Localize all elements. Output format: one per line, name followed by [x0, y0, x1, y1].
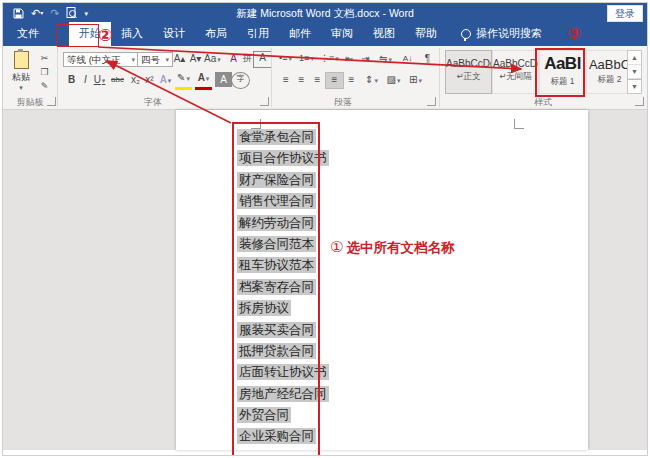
- asian-layout-icon[interactable]: ⇋: [377, 51, 394, 66]
- style-card-nospacing[interactable]: AaBbCcDd ↵无间隔: [492, 50, 539, 94]
- document-line[interactable]: 档案寄存合同: [237, 277, 347, 298]
- customize-toolbar-icon[interactable]: ▾: [84, 2, 88, 24]
- decrease-indent-icon[interactable]: ⇤: [341, 51, 358, 66]
- style-card-heading1[interactable]: AaBl 标题 1: [539, 50, 586, 94]
- copy-icon[interactable]: ❐: [36, 66, 53, 79]
- document-line[interactable]: 装修合同范本: [237, 234, 347, 255]
- font-name-select[interactable]: 等线 (中文正▾: [63, 52, 139, 67]
- document-line[interactable]: 财产保险合同: [237, 170, 347, 191]
- format-painter-icon[interactable]: ✎: [36, 80, 53, 93]
- clipboard-dialog-launcher-icon[interactable]: [47, 97, 56, 106]
- document-line[interactable]: 房地产经纪合同: [237, 384, 347, 405]
- tab-design[interactable]: 设计: [153, 22, 195, 46]
- borders-icon[interactable]: ⊞: [407, 72, 424, 87]
- sort-icon[interactable]: A↓: [399, 51, 416, 66]
- document-text-list: 食堂承包合同 项目合作协议书 财产保险合同 销售代理合同 解约劳动合同 装修合同…: [237, 127, 347, 448]
- document-line[interactable]: 租车协议范本: [237, 255, 347, 276]
- highlight-color-icon[interactable]: ✎: [175, 72, 192, 90]
- justify-icon[interactable]: ≡: [325, 72, 344, 89]
- document-line[interactable]: 食堂承包合同: [237, 127, 347, 148]
- align-right-icon[interactable]: ≡: [309, 72, 326, 87]
- line-spacing-icon[interactable]: ⇕: [363, 72, 380, 87]
- tell-me-search[interactable]: 操作说明搜索: [451, 22, 552, 46]
- tell-me-label: 操作说明搜索: [476, 26, 542, 41]
- clipboard-icon: [14, 51, 29, 69]
- character-border-icon[interactable]: A: [253, 51, 272, 68]
- ribbon-tab-row: 文件 开始 插入 设计 布局 引用 邮件 审阅 视图 帮助 操作说明搜索: [3, 23, 647, 46]
- underline-icon[interactable]: U: [91, 72, 108, 87]
- character-shading-icon[interactable]: A: [215, 72, 232, 87]
- font-size-select[interactable]: 四号▾: [137, 52, 173, 67]
- superscript-icon[interactable]: x²: [141, 72, 158, 87]
- gallery-scroll-up-icon[interactable]: ▲: [628, 51, 641, 65]
- document-line[interactable]: 服装买卖合同: [237, 320, 347, 341]
- show-marks-icon[interactable]: ¶: [419, 51, 436, 66]
- change-case-icon[interactable]: Aa: [203, 51, 222, 66]
- style-card-heading2[interactable]: AaBbC 标题 2: [586, 50, 633, 94]
- shrink-font-icon[interactable]: A▾: [187, 51, 204, 66]
- paste-dropdown-icon[interactable]: ▾: [8, 84, 34, 92]
- paragraph-group-label: 段落: [293, 96, 393, 108]
- paragraph-dialog-launcher-icon[interactable]: [427, 97, 436, 106]
- enclose-characters-icon[interactable]: 字: [231, 72, 250, 89]
- distribute-icon[interactable]: ≡: [343, 72, 360, 87]
- paragraph-mark-icon: ↵: [456, 71, 463, 81]
- redo-icon[interactable]: ↷: [50, 3, 59, 23]
- increase-indent-icon[interactable]: ⇥: [357, 51, 374, 66]
- gallery-more-icon[interactable]: ▼: [628, 79, 641, 93]
- align-left-icon[interactable]: ≡: [277, 72, 294, 87]
- document-line[interactable]: 项目合作协议书: [237, 148, 347, 169]
- text-effects-icon[interactable]: A: [157, 72, 174, 87]
- tab-view[interactable]: 视图: [363, 22, 405, 46]
- styles-dialog-launcher-icon[interactable]: [635, 97, 644, 106]
- numbering-icon[interactable]: 1≡: [298, 51, 315, 66]
- font-color-icon[interactable]: A: [195, 72, 212, 90]
- document-line[interactable]: 拆房协议: [237, 298, 347, 319]
- tab-layout[interactable]: 布局: [195, 22, 237, 46]
- document-line[interactable]: 销售代理合同: [237, 191, 347, 212]
- strikethrough-icon[interactable]: abc: [109, 72, 126, 87]
- grow-font-icon[interactable]: A▴: [171, 51, 188, 66]
- word-window: ↶▾ ↷ ▾ 新建 Microsoft Word 文档.docx - Word …: [2, 2, 648, 456]
- style-gallery-scrollbar[interactable]: ▲ ▼ ▼: [627, 50, 642, 94]
- document-line[interactable]: 店面转让协议书: [237, 362, 347, 383]
- tab-review[interactable]: 审阅: [321, 22, 363, 46]
- styles-group-label: 样式: [493, 96, 593, 108]
- document-line[interactable]: 外贸合同: [237, 405, 347, 426]
- quick-access-toolbar: ↶▾ ↷ ▾: [13, 2, 88, 24]
- ribbon: 粘贴 ▾ ✂ ❐ ✎ 剪贴板 等线 (中文正▾ 四号▾ A▴ A▾ Aa A 拼…: [3, 46, 647, 110]
- align-center-icon[interactable]: ≡: [293, 72, 310, 87]
- tab-home[interactable]: 开始: [69, 22, 111, 46]
- tab-mailings[interactable]: 邮件: [279, 22, 321, 46]
- document-line[interactable]: 企业采购合同: [237, 426, 347, 447]
- tab-references[interactable]: 引用: [237, 22, 279, 46]
- font-dialog-launcher-icon[interactable]: [260, 97, 269, 106]
- lightbulb-icon: [461, 29, 471, 39]
- bullets-icon[interactable]: •≡: [277, 51, 294, 66]
- cut-icon[interactable]: ✂: [36, 52, 53, 65]
- save-icon[interactable]: [13, 8, 24, 19]
- window-title: 新建 Microsoft Word 文档.docx - Word: [3, 3, 647, 23]
- document-line[interactable]: 解约劳动合同: [237, 213, 347, 234]
- print-preview-icon[interactable]: [66, 7, 77, 19]
- tab-insert[interactable]: 插入: [111, 22, 153, 46]
- tab-help[interactable]: 帮助: [405, 22, 447, 46]
- title-bar: ↶▾ ↷ ▾ 新建 Microsoft Word 文档.docx - Word …: [3, 3, 647, 23]
- undo-icon[interactable]: ↶▾: [31, 3, 43, 23]
- style-card-normal[interactable]: AaBbCcDd ↵正文: [445, 50, 492, 94]
- font-group-label: 字体: [103, 96, 203, 108]
- shading-icon[interactable]: ▨: [385, 72, 402, 87]
- paste-button[interactable]: 粘贴 ▾: [8, 51, 34, 95]
- gallery-scroll-down-icon[interactable]: ▼: [628, 65, 641, 79]
- signin-button[interactable]: 登录: [607, 5, 643, 22]
- multilevel-list-icon[interactable]: ⋮≡: [319, 51, 340, 66]
- paste-label: 粘贴: [8, 71, 34, 84]
- document-line[interactable]: 抵押贷款合同: [237, 341, 347, 362]
- tab-file[interactable]: 文件: [3, 22, 53, 46]
- margin-corner-mark: [514, 119, 524, 129]
